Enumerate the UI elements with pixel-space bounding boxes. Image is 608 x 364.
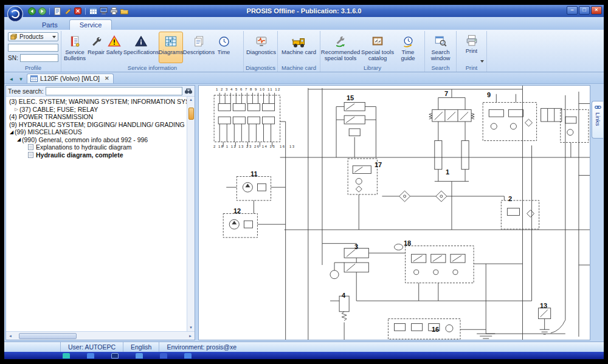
minimize-button[interactable]: – <box>567 6 578 15</box>
ribbon-group-service-information: Service Bulletins Repair Safety Specific… <box>61 31 244 72</box>
scroll-left-icon[interactable]: ◄ <box>7 334 14 338</box>
links-side-strip: Links <box>590 85 604 340</box>
diagram-component-label: 11 <box>250 170 258 177</box>
tree-item-elec-system[interactable]: (3) ELEC. SYSTEM; WARNING SYSTEM; INFORM… <box>6 98 187 106</box>
tree-horizontal-scrollbar[interactable]: ◄ ► <box>6 331 195 340</box>
clock-arrow-icon <box>402 33 415 49</box>
profile-filter-input[interactable] <box>8 44 58 52</box>
scroll-up-icon[interactable]: ▲ <box>189 97 193 103</box>
products-label: Products <box>19 33 43 40</box>
diagrams-button[interactable]: Diagrams <box>159 32 183 63</box>
ribbon-group-search: Search window Search <box>425 31 457 72</box>
tab-service[interactable]: Service <box>69 19 112 30</box>
warning-triangle-icon <box>108 33 121 49</box>
horizontal-scroll-thumb[interactable] <box>19 333 77 339</box>
group-label-print: Print <box>457 64 486 71</box>
products-box-icon <box>10 33 18 40</box>
close-button[interactable]: × <box>591 6 602 15</box>
search-window-button[interactable]: Search window <box>426 32 455 63</box>
maximize-button[interactable]: □ <box>579 6 590 15</box>
diagram-viewer[interactable]: 1 2 3 4 5 6 7 8 9 10 11 12 2 18 1 11 13 … <box>198 85 590 340</box>
descriptions-button[interactable]: Descriptions <box>183 32 215 63</box>
tree-items: (3) ELEC. SYSTEM; WARNING SYSTEM; INFORM… <box>6 97 187 331</box>
printer-icon[interactable] <box>109 7 118 15</box>
app-logo-icon[interactable] <box>7 5 24 22</box>
folder-icon[interactable] <box>120 7 128 15</box>
ribbon-group-library: Recommended special tools Special tools … <box>320 31 425 72</box>
time-guide-button[interactable]: Time guide <box>396 32 420 63</box>
tree-item-hydraulic-system[interactable]: (9) HYDRAULIC SYSTEM; DIGGING/ HANDLING/… <box>6 121 187 129</box>
taskbar-icon[interactable] <box>87 353 94 359</box>
ribbon-group-diagnostics: Diagnostics Diagnostics <box>244 31 278 72</box>
taskbar-icon[interactable] <box>111 353 119 359</box>
diagram-component-label: 18 <box>404 239 411 247</box>
status-spacer <box>4 342 60 352</box>
tree-item-general-common-info[interactable]: ◢ (990) General, common info about 992 -… <box>6 136 187 144</box>
diagram-component-label: 13 <box>540 302 547 309</box>
windows-taskbar[interactable] <box>4 352 604 359</box>
info-triangle-icon <box>134 33 148 49</box>
print-button[interactable]: Print <box>458 32 485 63</box>
links-tab[interactable]: Links <box>592 101 603 139</box>
tab-scroll-left-icon[interactable]: ◄ <box>7 75 15 83</box>
tree-item-miscellaneous[interactable]: ◢ (99) MISCELLANEOUS <box>6 128 187 136</box>
diagram-component-label: 15 <box>347 94 354 101</box>
diagnostics-icon <box>255 33 268 49</box>
diagram-port-numbers-bottom-2: 16 13 <box>280 145 295 148</box>
tree-item-explanations[interactable]: Explanations to hydraulic diagram <box>6 143 187 151</box>
group-label-library: Library <box>320 64 424 71</box>
tab-list-icon[interactable]: ▼ <box>17 75 25 83</box>
tree-item-power-transmission[interactable]: (4) POWER TRANSMISSION <box>6 113 187 121</box>
machine-card-button[interactable]: Machine card <box>279 32 319 63</box>
navigation-tree-panel: Tree search: (3) ELEC. SYSTEM; WARNING S… <box>5 85 195 340</box>
taskbar-icon[interactable] <box>63 353 70 359</box>
scroll-right-icon[interactable]: ► <box>187 334 194 338</box>
search-window-icon <box>434 33 447 49</box>
tab-parts[interactable]: Parts <box>32 20 67 30</box>
forward-icon[interactable] <box>38 7 46 15</box>
tree-item-hydraulic-diagram-complete[interactable]: Hydraulic diagram, complete <box>6 151 187 159</box>
computer-icon[interactable] <box>99 7 108 15</box>
special-tools-catalog-button[interactable]: Special tools catalog <box>359 32 396 63</box>
chevron-down-icon <box>52 36 56 38</box>
diagnostics-button[interactable]: Diagnostics <box>245 32 277 63</box>
products-dropdown[interactable]: Products <box>8 32 58 41</box>
time-button[interactable]: Time <box>215 32 233 63</box>
expander-expanded-icon[interactable]: ◢ <box>16 137 22 142</box>
tab-close-icon[interactable]: ✕ <box>105 75 109 81</box>
ribbon-group-print: Print Print <box>457 31 487 72</box>
window-controls: – □ × <box>567 6 602 15</box>
title-bar[interactable]: PROSIS Offline - Publication: 3.1.6.0 – … <box>4 5 604 17</box>
specifications-button[interactable]: Specifications <box>123 32 159 63</box>
diagram-component-label: 4 <box>342 292 345 299</box>
repair-button[interactable]: Repair <box>87 32 105 63</box>
sn-input[interactable] <box>20 54 58 62</box>
service-bulletins-button[interactable]: Service Bulletins <box>63 32 87 63</box>
document-tab-l120f[interactable]: L120F (Volvo) [WLO] ✕ <box>27 74 114 83</box>
toolbar-separator <box>49 8 50 15</box>
back-icon[interactable] <box>27 7 36 15</box>
tree-vertical-scrollbar[interactable]: ▲ ▼ <box>187 97 195 331</box>
taskbar-icon[interactable] <box>184 353 192 359</box>
expander-collapsed-icon[interactable]: ▷ <box>13 107 19 112</box>
expander-expanded-icon[interactable]: ◢ <box>9 129 15 135</box>
vertical-scroll-thumb[interactable] <box>188 108 194 120</box>
wheel-loader-icon <box>292 33 306 49</box>
bulletin-page-icon[interactable] <box>53 7 61 15</box>
diagram-component-label: 9 <box>487 91 491 98</box>
diagram-port-numbers-bottom: 2 18 1 11 13 23 26 14 15 <box>213 145 275 148</box>
edit-pencil-icon[interactable] <box>63 7 72 15</box>
binoculars-search-icon[interactable] <box>184 88 193 95</box>
taskbar-icon[interactable] <box>136 353 143 359</box>
stop-icon[interactable] <box>74 7 82 15</box>
taskbar-icon[interactable] <box>160 353 167 359</box>
tree-item-cable-fuse-relay[interactable]: ▷ (37) CABLE; FUSE; RELAY <box>6 106 187 114</box>
diagram-component-label: 17 <box>375 161 382 168</box>
diagram-component-label: 3 <box>354 243 358 250</box>
scroll-down-icon[interactable]: ▼ <box>189 325 193 331</box>
safety-button[interactable]: Safety <box>105 32 123 63</box>
data-table-icon[interactable] <box>89 7 97 15</box>
recommended-special-tools-button[interactable]: Recommended special tools <box>322 32 359 63</box>
diagram-grid-icon <box>164 33 178 49</box>
tree-search-input[interactable] <box>46 87 182 95</box>
